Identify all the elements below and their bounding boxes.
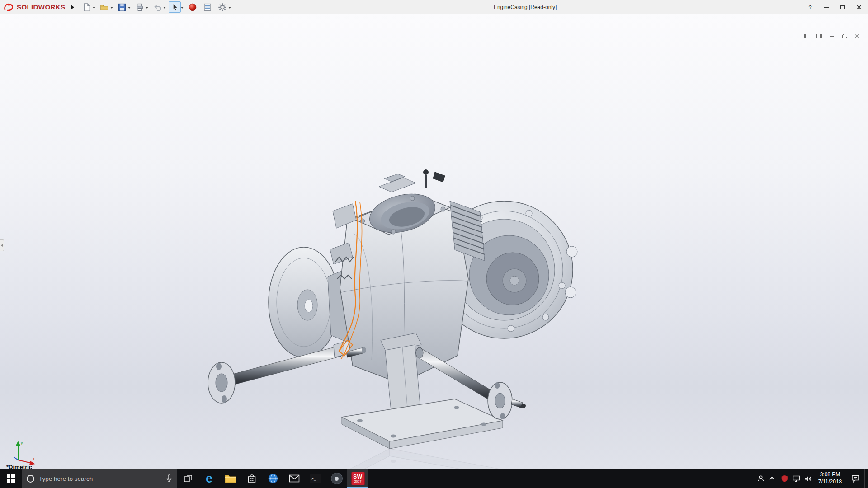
maximize-icon	[840, 5, 845, 9]
window-title: EngineCasing [Read-only]	[494, 4, 557, 10]
orientation-triad[interactable]: y x	[10, 438, 39, 467]
windows-logo-icon	[7, 474, 15, 483]
pane-left-button[interactable]	[803, 33, 810, 39]
print-dropdown[interactable]	[146, 7, 148, 10]
volume-button[interactable]	[802, 469, 814, 488]
undo-button[interactable]	[151, 1, 163, 13]
app-button[interactable]	[326, 469, 347, 488]
action-center-button[interactable]	[846, 469, 864, 488]
start-button[interactable]	[0, 469, 22, 488]
brand-name: SOLIDWORKS	[17, 3, 65, 11]
solidworks-taskbar-button[interactable]: SW 2017	[347, 469, 368, 488]
open-folder-icon	[100, 3, 109, 12]
axis-x-label: x	[33, 456, 35, 461]
menu-flyout-arrow-icon[interactable]	[71, 5, 74, 10]
minimize-icon	[824, 7, 829, 8]
display-tray-button[interactable]	[790, 469, 802, 488]
desktop: SOLIDWORKS	[0, 0, 868, 488]
solidworks-2017-icon: SW 2017	[351, 472, 365, 485]
doc-close-icon	[855, 34, 859, 38]
browser-button[interactable]	[262, 469, 283, 488]
speaker-icon	[804, 475, 812, 482]
select-tool-dropdown[interactable]	[181, 7, 184, 10]
file-explorer-icon	[225, 474, 236, 483]
doc-minimize-button[interactable]	[828, 33, 835, 39]
doc-minimize-icon	[830, 36, 834, 37]
people-button[interactable]	[755, 469, 767, 488]
globe-icon	[268, 473, 278, 484]
store-button[interactable]	[241, 469, 262, 488]
mail-icon	[289, 474, 300, 483]
file-explorer-button[interactable]	[220, 469, 241, 488]
task-view-button[interactable]	[177, 469, 198, 488]
pane-left-icon	[804, 34, 809, 38]
monitor-icon	[793, 475, 800, 482]
doc-restore-button[interactable]	[841, 33, 848, 39]
chevron-up-icon	[769, 477, 774, 482]
engine-casing-model[interactable]	[203, 143, 583, 469]
taskbar-search[interactable]	[22, 469, 177, 488]
feature-manager-collapsed-tab[interactable]	[0, 239, 4, 251]
document-window-controls	[803, 33, 861, 39]
new-document-icon	[82, 3, 91, 12]
terminal-icon: >_	[310, 474, 321, 483]
doc-close-button[interactable]	[854, 33, 861, 39]
solidworks-logo[interactable]: SOLIDWORKS	[0, 3, 68, 12]
edge-icon: e	[206, 473, 212, 485]
microphone-icon[interactable]	[166, 474, 172, 483]
security-tray-button[interactable]	[778, 469, 790, 488]
print-button[interactable]	[133, 1, 146, 13]
close-icon	[856, 5, 862, 10]
options-dropdown[interactable]	[228, 7, 231, 10]
pane-right-button[interactable]	[816, 33, 823, 39]
design-table-button[interactable]	[201, 1, 213, 13]
maximize-button[interactable]	[835, 1, 851, 14]
system-tray: 3:08 PM 7/11/2018	[755, 469, 868, 488]
taskbar-clock[interactable]: 3:08 PM 7/11/2018	[814, 469, 846, 488]
new-document-button[interactable]	[80, 1, 93, 13]
hidden-icons-button[interactable]	[767, 469, 778, 488]
close-button[interactable]	[851, 1, 867, 14]
appearance-button[interactable]	[186, 1, 198, 13]
doc-restore-icon	[842, 34, 847, 38]
save-icon	[118, 3, 127, 12]
options-button[interactable]	[216, 1, 228, 13]
taskbar-apps: e	[177, 469, 368, 488]
pane-right-icon	[816, 34, 822, 38]
new-document-dropdown[interactable]	[93, 7, 95, 10]
axis-y-label: y	[21, 441, 23, 445]
clock-date: 7/11/2018	[818, 479, 842, 486]
clock-time: 3:08 PM	[820, 471, 840, 479]
select-tool-button[interactable]	[169, 1, 181, 13]
undo-icon	[153, 3, 162, 12]
print-icon	[135, 3, 144, 12]
main-toolbar	[80, 1, 234, 13]
edge-button[interactable]: e	[198, 469, 220, 488]
view-orientation-label: *Dimetric	[6, 464, 32, 469]
graphics-area[interactable]: y x *Dimetric	[0, 14, 868, 469]
cortana-icon	[27, 475, 34, 483]
gear-icon	[218, 3, 227, 12]
open-dropdown[interactable]	[110, 7, 113, 10]
minimize-button[interactable]	[818, 1, 835, 14]
save-button[interactable]	[116, 1, 128, 13]
open-button[interactable]	[98, 1, 110, 13]
save-dropdown[interactable]	[128, 7, 131, 10]
design-table-icon	[203, 3, 212, 12]
store-bag-icon	[247, 474, 257, 483]
window-caption-buttons: ?	[802, 0, 867, 14]
people-icon	[757, 475, 764, 482]
task-view-icon	[184, 474, 193, 483]
undo-dropdown[interactable]	[163, 7, 166, 10]
show-desktop-button[interactable]	[864, 469, 868, 488]
appearance-sphere-icon	[188, 3, 197, 12]
titlebar: SOLIDWORKS	[0, 0, 868, 14]
terminal-button[interactable]: >_	[305, 469, 326, 488]
action-center-icon	[851, 475, 859, 483]
help-button[interactable]: ?	[802, 1, 818, 14]
taskbar: e	[0, 469, 868, 488]
mail-button[interactable]	[283, 469, 305, 488]
search-input[interactable]	[39, 475, 161, 482]
shield-icon	[781, 475, 788, 482]
help-icon: ?	[808, 4, 811, 11]
